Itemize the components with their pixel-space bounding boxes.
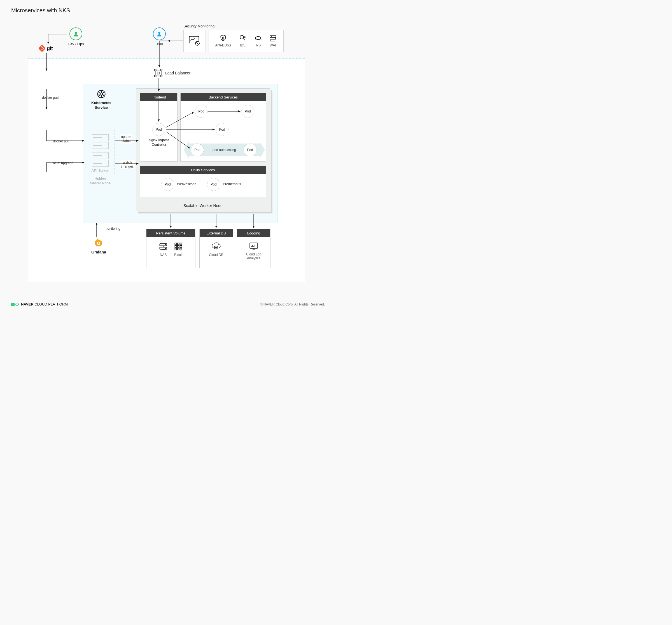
brand-logo: NAVER CLOUD PLATFORM [11, 302, 68, 306]
arrows-layer [0, 0, 336, 312]
copyright: © NAVER Cloud Corp. All Rights Reserved. [260, 302, 325, 306]
